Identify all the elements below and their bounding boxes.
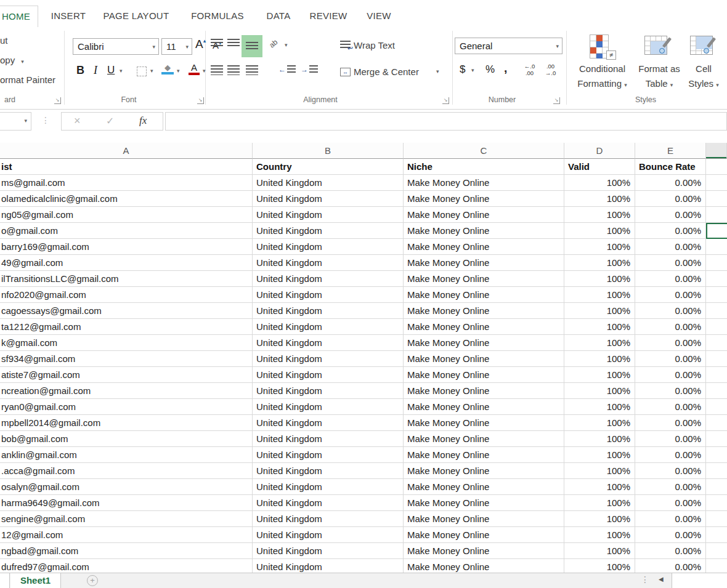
cell-C14[interactable]: Make Money Online [404,367,564,383]
cell-D3[interactable]: 100% [564,191,635,207]
cell-F6[interactable] [706,239,727,255]
cell-B6[interactable]: United Kingdom [253,239,404,255]
cell-F2[interactable] [706,175,727,191]
cell-A22[interactable]: harma9649@gmail.com [0,495,253,511]
cell-F14[interactable] [706,367,727,383]
cell-C20[interactable]: Make Money Online [404,463,564,479]
cell-D2[interactable]: 100% [564,175,635,191]
cell-E20[interactable]: 0.00% [635,463,706,479]
column-header-B[interactable]: B [253,143,404,159]
comma-style-button[interactable]: , [504,62,507,75]
cell-C25[interactable]: Make Money Online [404,543,564,559]
bottom-align-button[interactable] [246,42,258,50]
cell-A4[interactable]: ng05@gmail.com [0,207,253,223]
align-left-button[interactable] [211,65,223,75]
horizontal-scrollbar[interactable] [672,573,727,588]
chevron-down-icon[interactable]: ▾ [285,42,288,48]
cell-D20[interactable]: 100% [564,463,635,479]
cell-A13[interactable]: sf934@gmail.com [0,351,253,367]
cell-B9[interactable]: United Kingdom [253,287,404,303]
cell-B4[interactable]: United Kingdom [253,207,404,223]
number-format-select[interactable]: General▾ [455,38,563,54]
cell-E22[interactable]: 0.00% [635,495,706,511]
conditional-formatting-button[interactable]: Formatting ▾ [573,78,632,89]
cell-C9[interactable]: Make Money Online [404,287,564,303]
scroll-left-icon[interactable]: ◀ [659,576,664,582]
font-color-button[interactable]: A [189,63,200,75]
fill-color-button[interactable]: ◆ [161,63,174,75]
chevron-down-icon[interactable]: ▾ [436,68,439,75]
font-dialog-launcher-icon[interactable]: ↘ [197,97,204,104]
cell-D11[interactable]: 100% [564,319,635,335]
cell-E18[interactable]: 0.00% [635,431,706,447]
alignment-dialog-launcher-icon[interactable]: ↘ [442,97,449,104]
cell-F24[interactable] [706,527,727,543]
cell-B10[interactable]: United Kingdom [253,303,404,319]
ribbon-tab-home[interactable]: HOME [0,6,38,27]
cell-A19[interactable]: anklin@gmail.com [0,447,253,463]
cell-B24[interactable]: United Kingdom [253,527,404,543]
cell-C6[interactable]: Make Money Online [404,239,564,255]
cell-B11[interactable]: United Kingdom [253,319,404,335]
cell-D8[interactable]: 100% [564,271,635,287]
cell-A14[interactable]: atiste7@gmail.com [0,367,253,383]
cell-E3[interactable]: 0.00% [635,191,706,207]
cell-B25[interactable]: United Kingdom [253,543,404,559]
cell-C12[interactable]: Make Money Online [404,335,564,351]
clipboard-dialog-launcher-icon[interactable]: ↘ [54,97,61,104]
cell-B18[interactable]: United Kingdom [253,431,404,447]
cell-E8[interactable]: 0.00% [635,271,706,287]
chevron-down-icon[interactable]: ▾ [150,68,153,74]
chevron-down-icon[interactable]: ▾ [203,68,206,74]
cell-E10[interactable]: 0.00% [635,303,706,319]
cell-A6[interactable]: barry169@gmail.com [0,239,253,255]
cell-F15[interactable] [706,383,727,399]
cell-E7[interactable]: 0.00% [635,255,706,271]
enter-button[interactable]: ✓ [106,115,114,127]
cell-A7[interactable]: 49@gmail.com [0,255,253,271]
cell-F23[interactable] [706,511,727,527]
cell-D1[interactable]: Valid [564,159,635,175]
cell-C22[interactable]: Make Money Online [404,495,564,511]
cell-F19[interactable] [706,447,727,463]
cell-E5[interactable]: 0.00% [635,223,706,239]
cell-C13[interactable]: Make Money Online [404,351,564,367]
cell-F22[interactable] [706,495,727,511]
format-as-table-button[interactable]: Table ▾ [635,78,684,89]
italic-button[interactable]: I [94,64,97,77]
cell-E23[interactable]: 0.00% [635,511,706,527]
cell-E17[interactable]: 0.00% [635,415,706,431]
increase-decimal-button[interactable]: ←.0.00 [519,63,540,76]
cancel-button[interactable]: × [74,115,81,127]
cell-A2[interactable]: ms@gmail.com [0,175,253,191]
cell-B13[interactable]: United Kingdom [253,351,404,367]
cell-D4[interactable]: 100% [564,207,635,223]
decrease-decimal-button[interactable]: .00→.0 [540,63,561,76]
chevron-down-icon[interactable]: ▾ [471,67,474,73]
cell-E1[interactable]: Bounce Rate [635,159,706,175]
cell-D16[interactable]: 100% [564,399,635,415]
cell-D25[interactable]: 100% [564,543,635,559]
cell-F10[interactable] [706,303,727,319]
cell-E26[interactable]: 0.00% [635,559,706,573]
cell-C21[interactable]: Make Money Online [404,479,564,495]
cell-E13[interactable]: 0.00% [635,351,706,367]
cell-D23[interactable]: 100% [564,511,635,527]
cell-C18[interactable]: Make Money Online [404,431,564,447]
cell-B3[interactable]: United Kingdom [253,191,404,207]
cell-B15[interactable]: United Kingdom [253,383,404,399]
cell-E9[interactable]: 0.00% [635,287,706,303]
cell-B5[interactable]: United Kingdom [253,223,404,239]
top-align-button[interactable] [211,39,223,47]
cell-D5[interactable]: 100% [564,223,635,239]
font-family-select[interactable]: Calibri▾ [73,38,159,55]
merge-center-button[interactable]: Merge & Center [354,66,419,77]
column-header-f[interactable] [706,143,727,159]
cell-F18[interactable] [706,431,727,447]
conditional-formatting-button[interactable]: Conditional [573,63,632,74]
decrease-indent-button[interactable]: ← [278,65,296,74]
align-right-button[interactable] [246,65,258,75]
cell-E2[interactable]: 0.00% [635,175,706,191]
cell-A5[interactable]: o@gmail.com [0,223,253,239]
cell-E12[interactable]: 0.00% [635,335,706,351]
